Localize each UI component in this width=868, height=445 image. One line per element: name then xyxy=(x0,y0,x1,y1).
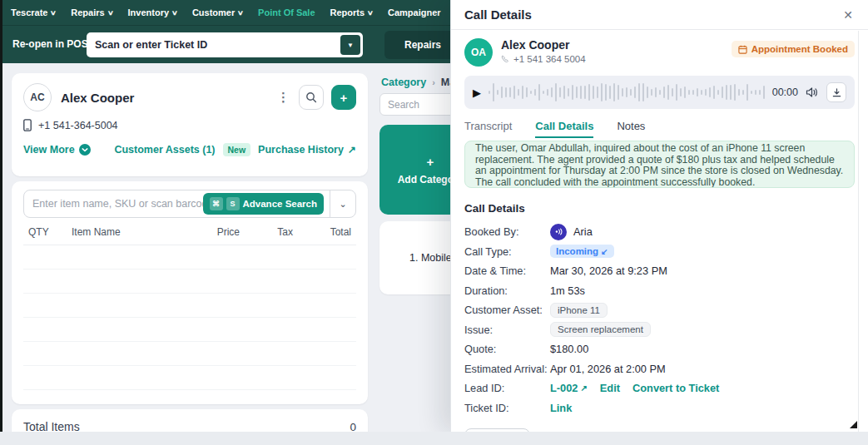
duration-value: 1m 53s xyxy=(550,284,585,297)
modal-tabs: Transcript Call Details Notes xyxy=(464,120,855,138)
download-button[interactable] xyxy=(826,82,846,102)
search-options-button[interactable]: ⌄ xyxy=(330,190,355,218)
play-icon[interactable]: ▶ xyxy=(473,87,481,99)
window-edge xyxy=(0,0,2,432)
item-search-input[interactable] xyxy=(32,198,203,210)
cmd-key-icon: ⌘ xyxy=(210,197,223,210)
nav-item-repairs[interactable]: Repairs∨ xyxy=(71,7,112,17)
incoming-call-badge: Incoming ↙ xyxy=(550,245,614,258)
download-icon xyxy=(832,88,841,97)
items-table-header: QTY Item Name Price Tax Total xyxy=(23,226,356,245)
nav-item-campaigner[interactable]: Campaigner xyxy=(388,7,441,17)
view-more-link[interactable]: View More xyxy=(23,144,91,156)
call-summary-text: The user, Omar Abdullah, inquired about … xyxy=(475,143,844,188)
arrow-up-right-icon: ↗ xyxy=(580,383,587,393)
add-customer-button[interactable]: + xyxy=(331,85,356,110)
issue-badge: Screen replacement xyxy=(550,322,651,337)
tab-call-details[interactable]: Call Details xyxy=(535,120,593,138)
field-estimated-arrival: Estimated Arrival: Apr 01, 2026 at 2:00 … xyxy=(464,359,855,379)
call-details-modal: Call Details ✕ OA Alex Cooper +1 541 364… xyxy=(450,0,868,432)
col-price: Price xyxy=(165,226,240,238)
table-row xyxy=(23,342,356,366)
page-bottom-gutter xyxy=(0,432,868,445)
plus-icon: + xyxy=(427,155,434,169)
convert-to-ticket-link[interactable]: Convert to Ticket xyxy=(632,382,719,394)
tab-transcript[interactable]: Transcript xyxy=(464,120,512,138)
cart-items-card: ⌘ S Advance Search ⌄ QTY Item Name Price… xyxy=(12,181,368,404)
field-issue: Issue: Screen replacement xyxy=(464,320,855,340)
appointment-booked-badge[interactable]: Appointment Booked xyxy=(732,41,855,57)
aria-agent-icon xyxy=(550,224,567,240)
nav-item-inventory[interactable]: Inventory∨ xyxy=(128,7,177,17)
ticket-link[interactable]: Link xyxy=(550,402,572,414)
nav-item-customer[interactable]: Customer∨ xyxy=(192,7,243,17)
lead-edit-link[interactable]: Edit xyxy=(600,382,620,394)
customer-avatar: AC xyxy=(23,83,52,111)
chevron-down-icon: ∨ xyxy=(171,9,178,17)
field-ticket-id: Ticket ID: Link xyxy=(464,398,855,418)
ticket-dropdown-button[interactable]: ▼ xyxy=(340,35,360,55)
item-searchbox[interactable]: ⌘ S Advance Search ⌄ xyxy=(23,190,356,218)
arrow-up-right-icon: ↗ xyxy=(348,144,356,156)
nav-item-reports[interactable]: Reports∨ xyxy=(330,7,373,17)
caret-down-icon: ▼ xyxy=(347,42,354,49)
scrollbar-track[interactable] xyxy=(858,31,859,432)
call-details-heading: Call Details xyxy=(464,202,855,215)
col-qty: QTY xyxy=(28,226,72,238)
tab-notes[interactable]: Notes xyxy=(617,120,645,138)
chevron-circle-down-icon xyxy=(79,144,91,156)
field-quote: Quote: $180.00 xyxy=(464,339,855,359)
calendar-icon xyxy=(738,45,747,54)
waveform[interactable] xyxy=(489,76,765,109)
chevron-down-icon: ∨ xyxy=(50,9,57,17)
asset-badge: iPhone 11 xyxy=(550,303,608,318)
breadcrumb: Category › Ma xyxy=(381,77,455,88)
plus-icon: + xyxy=(340,91,348,105)
table-row xyxy=(23,245,356,269)
col-total: Total xyxy=(293,226,351,238)
reopen-in-pos-label: Re-open in POS xyxy=(12,38,88,50)
ticket-id-searchbox[interactable]: ▼ xyxy=(87,32,363,57)
modal-title: Call Details xyxy=(464,7,532,22)
nav-item-point-of-sale[interactable]: Point Of Sale xyxy=(258,7,315,17)
arrow-down-left-icon: ↙ xyxy=(601,247,608,256)
purchase-history-link[interactable]: Purchase History ↗ xyxy=(258,144,356,156)
field-customer-asset: Customer Asset: iPhone 11 xyxy=(464,300,855,320)
date-time-value: Mar 30, 2026 at 9:23 PM xyxy=(550,265,667,277)
customer-search-button[interactable] xyxy=(299,85,324,110)
field-call-type: Call Type: Incoming ↙ xyxy=(464,242,855,262)
mobile-phone-icon xyxy=(23,119,32,131)
new-badge: New xyxy=(223,143,251,156)
table-row xyxy=(23,269,356,294)
table-row xyxy=(23,294,356,318)
customer-assets-link[interactable]: Customer Assets (1) xyxy=(114,144,215,156)
field-duration: Duration: 1m 53s xyxy=(464,281,855,301)
caller-avatar: OA xyxy=(464,38,493,67)
search-icon xyxy=(305,91,317,103)
caller-summary: OA Alex Cooper +1 541 364 5004 Appointme… xyxy=(464,38,855,67)
volume-icon[interactable] xyxy=(806,87,819,98)
caller-name: Alex Cooper xyxy=(501,38,586,52)
modal-header: Call Details ✕ xyxy=(451,0,868,30)
chevron-right-icon: › xyxy=(432,77,435,87)
caller-phone: +1 541 364 5004 xyxy=(513,54,586,64)
customer-name: Alex Cooper xyxy=(61,91,134,105)
chevron-down-icon: ∨ xyxy=(237,9,244,17)
lead-id-link[interactable]: L-002 ↗ xyxy=(550,382,588,394)
field-lead-id: Lead ID: L-002 ↗ Edit Convert to Ticket xyxy=(464,378,855,398)
chevron-down-icon: ⌄ xyxy=(339,199,346,210)
ticket-id-input[interactable] xyxy=(95,39,340,51)
col-item-name: Item Name xyxy=(72,226,165,238)
close-icon[interactable]: ✕ xyxy=(841,7,855,23)
kebab-menu-icon[interactable]: ⋮ xyxy=(275,90,291,105)
nav-item-tescrate[interactable]: Tescrate∨ xyxy=(11,7,56,17)
call-details-fields: Booked By: Aria Call Type: Incoming ↙ xyxy=(464,222,855,418)
playback-time: 00:00 xyxy=(772,87,798,98)
table-row xyxy=(23,366,356,390)
phone-icon xyxy=(501,55,509,63)
breadcrumb-category[interactable]: Category xyxy=(381,77,426,88)
resize-handle[interactable] xyxy=(850,421,857,428)
advance-search-button[interactable]: ⌘ S Advance Search xyxy=(203,193,325,215)
estimated-arrival-value: Apr 01, 2026 at 2:00 PM xyxy=(550,363,666,375)
chevron-down-icon: ∨ xyxy=(367,9,374,17)
